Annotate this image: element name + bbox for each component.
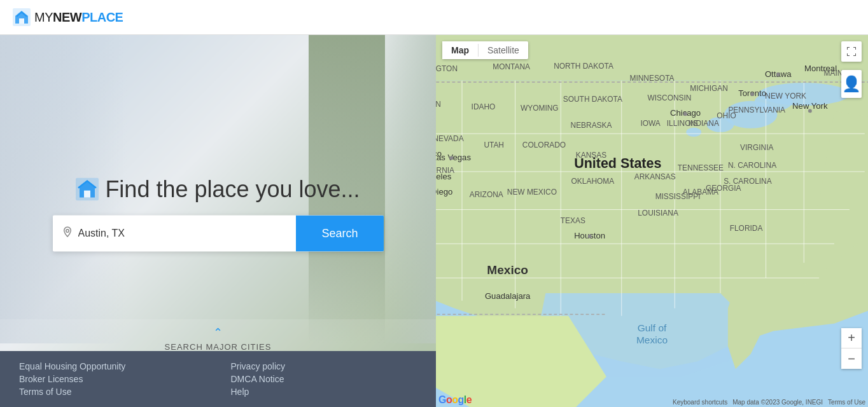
svg-text:ARKANSAS: ARKANSAS (634, 172, 676, 181)
logo-text: MYNEWPLACE (34, 10, 123, 25)
svg-point-128 (588, 234, 592, 238)
map-attribution: Google Keyboard shortcuts Map data ©2023… (436, 394, 868, 407)
footer-link-help[interactable]: Help (231, 387, 417, 397)
svg-text:MONTANA: MONTANA (493, 62, 530, 71)
map-fullscreen-button[interactable] (841, 41, 862, 62)
map-container[interactable]: WASHINGTON MONTANA NORTH DAKOTA MINNESOT… (436, 35, 868, 407)
svg-text:KANSAS: KANSAS (576, 151, 606, 160)
zoom-in-button[interactable]: + (841, 328, 862, 348)
map-view-button[interactable]: Map (442, 41, 478, 59)
svg-text:Los Angeles: Los Angeles (436, 172, 452, 181)
svg-rect-1 (19, 18, 24, 24)
svg-text:TEXAS: TEXAS (561, 216, 585, 225)
logo-icon (13, 8, 31, 26)
hero-title: Find the place you love... (53, 176, 384, 202)
header: MYNEWPLACE (0, 0, 868, 35)
svg-text:NEVADA: NEVADA (436, 134, 464, 143)
svg-text:S. CAROLINA: S. CAROLINA (724, 177, 772, 186)
zoom-out-button[interactable]: − (841, 348, 862, 369)
svg-text:FLORIDA: FLORIDA (730, 224, 763, 233)
svg-text:Las Vegas: Las Vegas (436, 153, 471, 162)
svg-point-58 (686, 128, 701, 137)
building-far-right (385, 35, 436, 343)
footer-link-broker[interactable]: Broker Licenses (19, 374, 206, 384)
svg-text:WISCONSIN: WISCONSIN (648, 93, 692, 102)
svg-text:NORTH DAKOTA: NORTH DAKOTA (554, 62, 613, 71)
chevron-up-icon: ⌃ (0, 326, 436, 340)
svg-text:IDAHO: IDAHO (472, 102, 496, 111)
map-toggle: Map Satellite (442, 41, 528, 59)
svg-text:Guadalajara: Guadalajara (485, 291, 531, 301)
svg-text:MINNESOTA: MINNESOTA (630, 74, 675, 83)
footer-link-dmca[interactable]: DMCA Notice (231, 374, 417, 384)
svg-text:NEW MEXICO: NEW MEXICO (507, 188, 557, 197)
satellite-view-button[interactable]: Satellite (479, 41, 528, 59)
svg-text:OKLAHOMA: OKLAHOMA (571, 177, 615, 186)
hero-title-text: Find the place you love... (105, 176, 360, 202)
svg-text:NEBRASKA: NEBRASKA (571, 121, 612, 130)
svg-point-4 (66, 229, 69, 232)
svg-text:SOUTH DAKOTA: SOUTH DAKOTA (563, 95, 622, 104)
footer-link-terms[interactable]: Terms of Use (19, 387, 206, 397)
svg-text:Mexico: Mexico (487, 263, 528, 277)
svg-text:UTAH: UTAH (484, 141, 504, 149)
map-data-attribution: Map data ©2023 Google, INEGI (732, 399, 823, 406)
main-content: Find the place you love... Search (0, 35, 868, 407)
svg-text:NEW YORK: NEW YORK (765, 92, 806, 100)
svg-text:Mexico: Mexico (636, 335, 668, 345)
search-input[interactable] (78, 228, 288, 239)
footer-link-privacy[interactable]: Privacy policy (231, 361, 417, 371)
svg-text:TENNESSEE: TENNESSEE (678, 163, 724, 172)
search-bar: Search (53, 215, 384, 251)
map-svg: WASHINGTON MONTANA NORTH DAKOTA MINNESOT… (436, 35, 868, 407)
svg-text:COLORADO: COLORADO (522, 141, 566, 149)
svg-point-133 (449, 156, 453, 160)
search-cities-text: SEARCH MAJOR CITIES (165, 342, 272, 352)
fullscreen-icon (846, 46, 857, 57)
svg-text:WASHINGTON: WASHINGTON (436, 64, 458, 73)
svg-rect-3 (84, 190, 90, 197)
pegman-icon: 👤 (842, 75, 861, 93)
svg-text:MICHIGAN: MICHIGAN (690, 84, 728, 93)
footer-link-equal-housing[interactable]: Equal Housing Opportunity (19, 361, 206, 371)
location-icon (62, 226, 73, 240)
hero-title-icon (76, 177, 99, 200)
svg-text:IOWA: IOWA (640, 119, 660, 128)
svg-text:OREGON: OREGON (436, 100, 441, 109)
svg-point-129 (750, 92, 754, 96)
svg-text:PENNSYLVANIA: PENNSYLVANIA (728, 106, 785, 114)
map-pegman[interactable]: 👤 (841, 70, 862, 98)
svg-text:Gulf of: Gulf of (638, 322, 667, 333)
svg-text:LOUISIANA: LOUISIANA (638, 209, 678, 217)
svg-point-127 (808, 109, 812, 113)
svg-text:ARIZONA: ARIZONA (470, 190, 503, 199)
map-legal: Keyboard shortcuts Map data ©2023 Google… (673, 399, 865, 406)
google-logo: Google (438, 394, 472, 406)
search-button[interactable]: Search (296, 215, 383, 251)
keyboard-shortcuts-link[interactable]: Keyboard shortcuts (673, 399, 727, 406)
svg-point-130 (776, 72, 780, 76)
svg-point-126 (683, 112, 687, 116)
map-zoom-controls: + − (841, 328, 862, 369)
hero-content: Find the place you love... Search (53, 176, 384, 251)
svg-text:INDIANA: INDIANA (689, 119, 719, 128)
svg-text:WYOMING: WYOMING (521, 104, 559, 113)
right-panel: WASHINGTON MONTANA NORTH DAKOTA MINNESOT… (436, 35, 868, 407)
svg-text:VIRGINIA: VIRGINIA (740, 143, 773, 152)
left-panel: Find the place you love... Search (0, 35, 436, 407)
search-input-wrapper (53, 215, 297, 251)
terms-of-use-link[interactable]: Terms of Use (828, 399, 865, 406)
svg-text:N. CAROLINA: N. CAROLINA (728, 161, 776, 170)
svg-text:San Diego: San Diego (436, 187, 452, 197)
logo[interactable]: MYNEWPLACE (13, 8, 123, 26)
footer: Equal Housing Opportunity Privacy policy… (0, 351, 436, 407)
